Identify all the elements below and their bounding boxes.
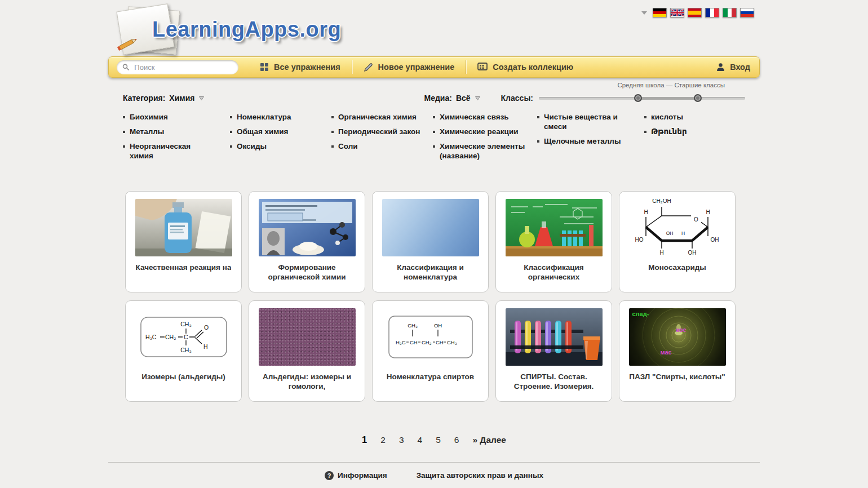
language-flag-es[interactable] <box>688 8 702 17</box>
page-number-current: 1 <box>362 434 367 445</box>
create-collection-button[interactable]: Создать коллекцию <box>466 57 584 77</box>
language-dropdown-icon[interactable] <box>641 11 647 15</box>
login-button[interactable]: Вход <box>705 57 751 77</box>
bullet-icon <box>230 116 232 118</box>
subcategory-label: Чистые вещества и смеси <box>544 113 630 132</box>
page-number-link[interactable]: 2 <box>380 435 386 445</box>
grid-icon <box>260 63 269 72</box>
category-filter[interactable]: Категория: Химия <box>123 94 205 103</box>
card-image-collage <box>259 199 356 256</box>
slider-handle-upper[interactable] <box>694 94 702 102</box>
formula-label: CH₂OH <box>652 199 671 204</box>
page-number-link[interactable]: 5 <box>436 435 441 445</box>
exercise-card[interactable]: H₃C CH₂ C CH₃ CH₃ O H Изомеры (альдегиды… <box>125 300 242 402</box>
formula-label: O <box>694 216 698 223</box>
page-number-link[interactable]: 4 <box>418 435 423 445</box>
exercise-card[interactable]: Качественная реакция на <box>125 191 242 292</box>
language-flag-it[interactable] <box>723 8 737 17</box>
exercise-card-title: Формирование органической химии <box>256 263 358 282</box>
language-bar <box>641 8 754 17</box>
exercise-card[interactable]: CH₂OH O H H HO OH OH H OH H Моносахариды <box>619 191 736 292</box>
formula-label: OH <box>688 250 696 256</box>
category-label: Категория: <box>123 94 165 103</box>
classes-filter: Средняя школа — Старшие классы Классы: <box>501 94 745 103</box>
all-exercises-button[interactable]: Все упражнения <box>249 57 352 77</box>
union-jack-icon <box>671 8 684 17</box>
subcategory-label: Химические элементы (название) <box>440 142 525 161</box>
bullet-icon <box>433 116 435 118</box>
footer-info-label: Информация <box>338 471 387 480</box>
pagination: 1 2 3 4 5 6 » Далее <box>108 434 760 445</box>
bullet-icon <box>123 131 125 133</box>
card-image-monosaccharide-formula: CH₂OH O H H HO OH OH H OH H <box>629 199 726 256</box>
logo-home-link[interactable]: LearningApps.org <box>115 3 341 55</box>
subcategory-link[interactable]: Химическая связь <box>433 113 525 122</box>
exercise-card[interactable]: слад- кое мас ПАЗЛ "Спирты, кислоты" <box>619 300 736 402</box>
exercise-card[interactable]: Альдегиды: изомеры и гомологи, <box>249 300 365 402</box>
search-input[interactable] <box>133 63 233 72</box>
main-toolbar: Все упражнения Новое упражнение Создать … <box>108 56 760 78</box>
question-mark-icon: ? <box>325 471 334 480</box>
subcategory-column: Чистые вещества и смеси Щелочные металлы <box>537 113 644 166</box>
subcategory-link[interactable]: Чистые вещества и смеси <box>537 113 630 132</box>
language-flag-de[interactable] <box>653 8 667 17</box>
subcategory-label: Щелочные металлы <box>544 137 621 147</box>
formula-label: H₃C <box>396 339 406 345</box>
formula-label: CH₃ <box>408 322 418 329</box>
subcategory-label: Химическая связь <box>440 113 509 122</box>
image-overlay-text: кое <box>676 326 687 333</box>
exercise-card[interactable]: СПИРТЫ. Состав. Строение. Изомерия. <box>495 300 612 402</box>
subcategory-link[interactable]: Химические реакции <box>433 127 525 137</box>
media-label: Медиа: <box>424 94 452 103</box>
subcategory-link[interactable]: Оксиды <box>230 142 322 152</box>
subcategory-link[interactable]: Органическая химия <box>331 113 424 122</box>
footer-copyright-link[interactable]: Защита авторских прав и данных <box>417 471 543 480</box>
exercise-card[interactable]: CH₃ OH H₃C CH CH₂ CH CH₃ Номенклатура сп… <box>372 300 489 402</box>
card-image-purple-texture <box>259 308 356 366</box>
search-box[interactable] <box>117 60 238 74</box>
bullet-icon <box>331 145 334 148</box>
subcategory-link[interactable]: Номенклатура <box>230 113 322 122</box>
subcategory-link[interactable]: Периодический закон <box>331 127 424 137</box>
exercise-card-title: Классификация органических <box>503 263 605 282</box>
filter-row: Категория: Химия Медиа: Всё Средняя школ… <box>108 94 760 103</box>
bullet-icon <box>433 145 435 148</box>
formula-label: H <box>706 209 710 215</box>
new-exercise-button[interactable]: Новое упражнение <box>352 57 466 77</box>
language-flag-fr[interactable] <box>705 8 719 17</box>
subcategory-column: Биохимия Металлы Неорганическая химия <box>123 113 230 166</box>
page-number-link[interactable]: 3 <box>399 435 404 445</box>
subcategory-column: Органическая химия Периодический закон С… <box>331 113 433 166</box>
exercise-card[interactable]: Классификация органических <box>495 191 612 292</box>
site-header: LearningApps.org <box>108 3 760 55</box>
footer-info-link[interactable]: ? Информация <box>325 471 387 480</box>
formula-label: CH₃ <box>180 321 191 327</box>
subcategory-link[interactable]: Неорганическая химия <box>123 142 215 161</box>
subcategory-link[interactable]: Соли <box>331 142 424 152</box>
subcategory-link[interactable]: Биохимия <box>123 113 215 122</box>
exercise-card[interactable]: Формирование органической химии <box>249 191 365 292</box>
subcategory-link[interactable]: Общая химия <box>230 127 322 137</box>
media-filter[interactable]: Медиа: Всё <box>424 94 481 103</box>
bullet-icon <box>331 131 334 133</box>
language-flag-en[interactable] <box>670 8 684 17</box>
page-number-link[interactable]: 6 <box>454 435 459 445</box>
subcategory-link[interactable]: Металлы <box>123 127 215 137</box>
subcategory-link[interactable]: Թթուներ <box>644 127 737 137</box>
slider-handle-lower[interactable] <box>634 94 642 102</box>
exercise-card[interactable]: Классификация и номенклатура <box>372 191 489 292</box>
formula-label: C <box>184 334 188 340</box>
bullet-icon <box>433 131 435 133</box>
next-page-link[interactable]: » Далее <box>472 435 506 445</box>
exercise-card-title: Альдегиды: изомеры и гомологи, <box>256 372 358 392</box>
subcategory-link[interactable]: Щелочные металлы <box>537 137 630 147</box>
subcategory-link[interactable]: кислоты <box>644 113 737 122</box>
slider-selected-range <box>638 97 698 100</box>
page-footer: ? Информация Защита авторских прав и дан… <box>108 462 760 480</box>
classes-label: Классы: <box>501 94 533 103</box>
classes-range-slider[interactable] <box>539 94 745 102</box>
chevron-down-icon <box>198 96 205 101</box>
language-flag-ru[interactable] <box>740 8 754 17</box>
subcategory-link[interactable]: Химические элементы (название) <box>433 142 525 161</box>
subcategory-label: Неорганическая химия <box>130 142 215 161</box>
